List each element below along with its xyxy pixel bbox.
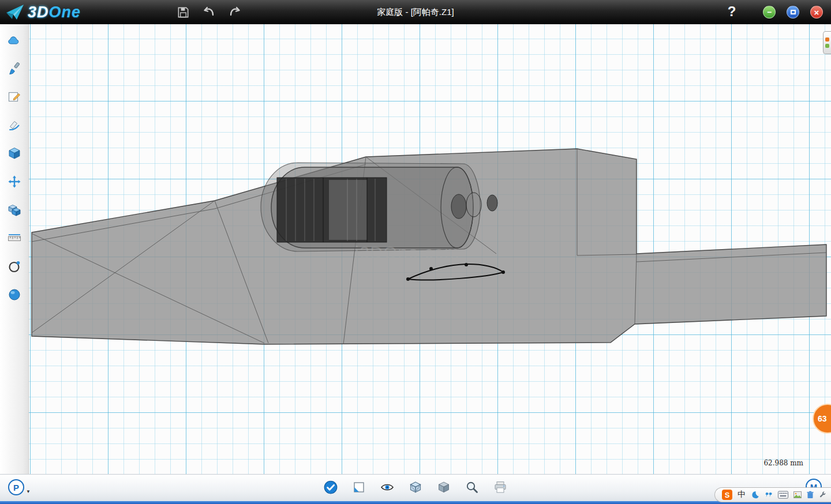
ime-punct-toggle[interactable] xyxy=(765,491,773,499)
shaded-view-button[interactable] xyxy=(436,479,452,496)
viewport[interactable]: i3DOne.com 63 62.988 mm xyxy=(29,24,831,474)
profile-button[interactable]: P xyxy=(8,479,24,495)
save-icon xyxy=(177,6,190,19)
logo-one: One xyxy=(49,3,81,21)
redo-icon xyxy=(228,5,242,19)
minimize-button[interactable]: − xyxy=(763,6,776,18)
profile-control: P ▼ xyxy=(8,479,31,495)
wrench-icon xyxy=(819,491,826,499)
tool-move[interactable] xyxy=(3,174,26,190)
tool-combine[interactable] xyxy=(3,202,26,218)
circle-point-icon xyxy=(8,259,21,273)
brush-icon xyxy=(8,62,21,76)
printer-icon xyxy=(493,480,507,494)
tool-measure[interactable] xyxy=(3,230,26,246)
app-window: 3DOne xyxy=(0,0,831,504)
zoom-button[interactable] xyxy=(464,479,480,496)
quick-access-toolbar xyxy=(175,0,243,24)
checkmark-icon xyxy=(323,480,338,495)
cube-icon xyxy=(8,146,21,160)
visibility-button[interactable] xyxy=(379,479,395,496)
undo-button[interactable] xyxy=(201,4,217,20)
ime-toolbar: S 中 xyxy=(714,487,831,502)
model-engine-cylinder[interactable] xyxy=(261,163,497,251)
move-arrows-icon xyxy=(8,175,21,189)
keyboard-icon xyxy=(778,491,788,499)
redo-button[interactable] xyxy=(227,4,243,20)
ruler-icon xyxy=(8,231,21,245)
paper-plane-icon xyxy=(5,3,25,21)
moon-icon xyxy=(751,491,759,499)
ime-trash-button[interactable] xyxy=(807,491,814,499)
profile-caret[interactable]: ▼ xyxy=(26,489,31,495)
ime-toolbox-button[interactable] xyxy=(819,491,826,499)
ime-keyboard-button[interactable] xyxy=(778,491,788,499)
tool-trim[interactable] xyxy=(3,117,26,133)
sketch-point xyxy=(465,263,468,266)
ime-clipboard-button[interactable] xyxy=(793,491,802,498)
tool-cloud-resources[interactable] xyxy=(3,32,26,48)
tool-primitive-cube[interactable] xyxy=(3,145,26,161)
panel-green-icon xyxy=(825,44,829,48)
eye-icon xyxy=(380,480,395,494)
save-button[interactable] xyxy=(175,4,191,20)
tool-sphere[interactable] xyxy=(3,287,26,303)
solid-cube-icon xyxy=(437,480,451,494)
window-controls: − × xyxy=(763,6,823,18)
maximize-button[interactable] xyxy=(787,6,799,18)
status-bar: P ▼ xyxy=(0,474,831,501)
ime-fullhalf-toggle[interactable] xyxy=(751,491,759,499)
logo-text: 3DOne xyxy=(28,3,81,21)
watermark: i3DOne.com xyxy=(355,243,460,262)
wireframe-cube-icon xyxy=(409,480,422,494)
main-toolbar xyxy=(0,24,29,474)
sketch-point xyxy=(406,277,410,281)
title-bar: 3DOne xyxy=(0,0,831,24)
ime-brand-icon[interactable]: S xyxy=(722,490,732,500)
window-title: 家庭版 - [阿帕奇.Z1] xyxy=(0,7,831,18)
os-taskbar[interactable] xyxy=(0,501,831,504)
tool-sketch[interactable] xyxy=(3,89,26,105)
wireframe-view-button[interactable] xyxy=(407,479,424,496)
image-icon xyxy=(793,491,802,498)
print-button[interactable] xyxy=(492,479,508,496)
trim-icon xyxy=(8,118,21,132)
tool-brush[interactable] xyxy=(3,61,26,77)
sketch-icon xyxy=(8,90,21,104)
cloud-icon xyxy=(6,33,22,47)
sketch-point xyxy=(429,267,433,270)
sphere-icon xyxy=(8,288,21,302)
model-3d: i3DOne.com xyxy=(29,24,831,474)
trash-icon xyxy=(807,491,814,499)
tool-revolve[interactable] xyxy=(3,258,26,274)
confirm-button[interactable] xyxy=(323,479,339,496)
dimension-readout: 62.988 mm xyxy=(763,459,803,467)
magnifier-icon xyxy=(465,480,479,494)
ime-lang-toggle[interactable]: 中 xyxy=(738,490,746,500)
app-logo: 3DOne xyxy=(0,3,81,21)
logo-3d: 3D xyxy=(28,3,49,21)
side-panel-handle[interactable] xyxy=(823,31,831,54)
page-corner-icon xyxy=(352,480,366,494)
punctuation-icon xyxy=(765,491,773,499)
maximize-icon xyxy=(791,10,796,14)
minimize-glyph: − xyxy=(767,8,772,16)
combine-cubes-icon xyxy=(8,203,21,217)
view-toolbar xyxy=(323,479,508,496)
help-button[interactable]: ? xyxy=(724,2,740,21)
view-plane-button[interactable] xyxy=(351,479,367,496)
close-button[interactable]: × xyxy=(810,6,823,18)
close-glyph: × xyxy=(814,8,819,17)
sketch-point xyxy=(501,270,505,274)
panel-orange-icon xyxy=(825,37,829,42)
undo-icon xyxy=(202,5,216,19)
